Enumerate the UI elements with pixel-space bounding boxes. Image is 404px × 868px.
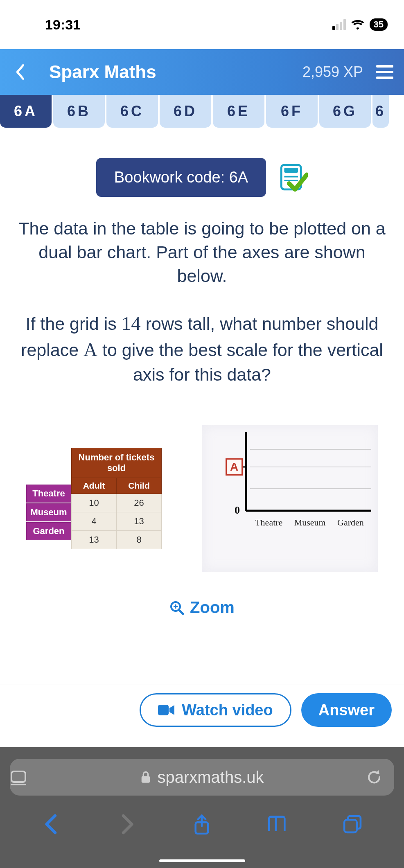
watch-video-button[interactable]: Watch video (140, 693, 291, 727)
tab-6c[interactable]: 6C (106, 95, 158, 128)
tab-6a[interactable]: 6A (0, 95, 52, 128)
table-cell: 10 (72, 494, 117, 512)
table-cell: 4 (72, 512, 117, 531)
xp-count: 2,959 XP (302, 63, 363, 81)
x-cat: Garden (337, 517, 364, 528)
table-title: Number of tickets sold (72, 448, 162, 478)
answer-button[interactable]: Answer (301, 693, 392, 727)
question-text: The data in the table is going to be plo… (10, 197, 394, 386)
zoom-icon (169, 600, 184, 615)
row-label: Museum (26, 503, 71, 521)
watch-video-label: Watch video (182, 701, 273, 719)
svg-rect-14 (158, 705, 169, 715)
battery-level: 35 (370, 18, 388, 31)
data-table: Theatre Museum Garden Number of tickets … (26, 448, 162, 549)
tab-row: 6A 6B 6C 6D 6E 6F 6G 6 (0, 95, 404, 128)
tab-overview-icon[interactable] (7, 766, 30, 789)
browser-back-icon[interactable] (41, 814, 62, 835)
back-button[interactable] (8, 64, 33, 80)
col-header: Child (117, 478, 162, 494)
row-label: Theatre (26, 485, 71, 503)
col-header: Adult (72, 478, 117, 494)
browser-chrome: sparxmaths.uk (0, 747, 404, 868)
app-header: Sparx Maths 2,959 XP (0, 49, 404, 95)
tab-6e[interactable]: 6E (213, 95, 264, 128)
battery-indicator: 35 (370, 18, 388, 31)
home-indicator[interactable] (159, 859, 245, 862)
zoom-label: Zoom (190, 598, 235, 617)
question-p1: The data in the table is going to be plo… (14, 216, 390, 288)
app-title: Sparx Maths (49, 62, 156, 82)
svg-rect-15 (11, 771, 25, 782)
x-cat: Museum (294, 517, 326, 528)
question-area: Bookwork code: 6A The data in the table … (0, 128, 404, 685)
svg-rect-1 (284, 168, 298, 173)
answer-label: Answer (318, 701, 375, 719)
axes-sketch: A 0 Theatre Museum Garden (202, 425, 378, 572)
zoom-button[interactable]: Zoom (169, 598, 235, 617)
status-time: 19:31 (45, 17, 81, 33)
share-icon[interactable] (191, 814, 212, 835)
table-cell: 26 (117, 494, 162, 512)
reload-icon[interactable] (366, 769, 383, 786)
browser-forward-icon (116, 814, 138, 835)
cellular-icon (332, 19, 346, 30)
x-cat: Theatre (255, 517, 282, 528)
table-cell: 13 (72, 531, 117, 549)
axis-zero: 0 (235, 504, 240, 516)
tabs-icon[interactable] (342, 814, 363, 835)
svg-rect-17 (142, 776, 150, 783)
video-icon (158, 704, 174, 716)
tab-6g[interactable]: 6G (319, 95, 371, 128)
bookmarks-icon[interactable] (266, 814, 288, 835)
url-bar[interactable]: sparxmaths.uk (10, 759, 394, 796)
axis-marker-a: A (226, 458, 243, 476)
table-cell: 8 (117, 531, 162, 549)
calculator-check-icon (278, 163, 308, 192)
menu-button[interactable] (374, 63, 396, 81)
action-bar: Watch video Answer (0, 685, 404, 747)
svg-line-11 (179, 610, 183, 614)
svg-rect-19 (344, 820, 357, 832)
wifi-icon (351, 19, 365, 30)
bookwork-badge: Bookwork code: 6A (96, 158, 266, 197)
lock-icon (140, 771, 151, 784)
tab-6d[interactable]: 6D (160, 95, 211, 128)
tab-6f[interactable]: 6F (266, 95, 318, 128)
question-p2: If the grid is 14 rows tall, what number… (14, 311, 390, 386)
tab-6b[interactable]: 6B (53, 95, 105, 128)
table-cell: 13 (117, 512, 162, 531)
url-text: sparxmaths.uk (157, 768, 264, 787)
row-label: Garden (26, 522, 71, 540)
tab-next[interactable]: 6 (372, 95, 389, 128)
status-bar: 19:31 35 (0, 0, 404, 49)
figure-row: Theatre Museum Garden Number of tickets … (10, 386, 394, 572)
